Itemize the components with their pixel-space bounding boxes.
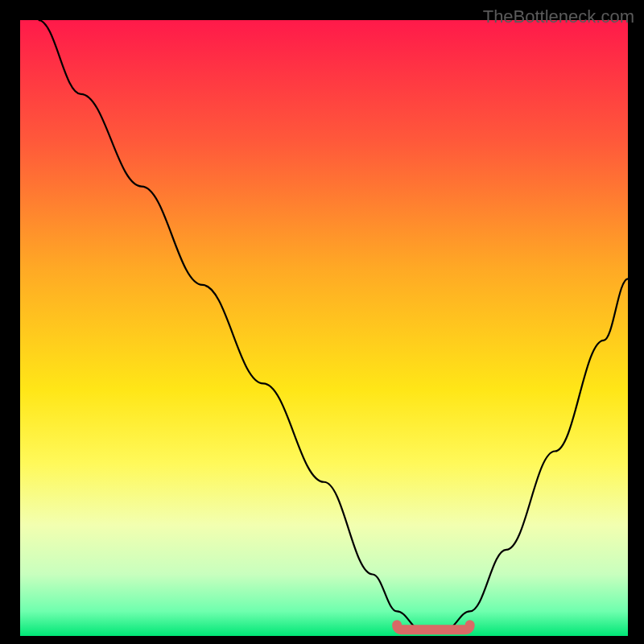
chart-container bbox=[20, 20, 628, 636]
valley-highlight bbox=[397, 625, 470, 630]
watermark-text: TheBottleneck.com bbox=[483, 6, 634, 27]
gradient-background bbox=[20, 20, 628, 636]
chart-svg bbox=[20, 20, 628, 636]
